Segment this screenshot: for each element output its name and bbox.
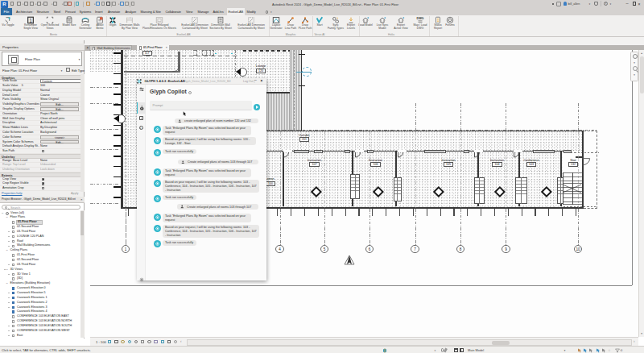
svg-text:1: 1 (29, 17, 32, 23)
svg-text:DWG: DWG (417, 17, 424, 20)
svg-text:UR: UR (128, 17, 132, 20)
